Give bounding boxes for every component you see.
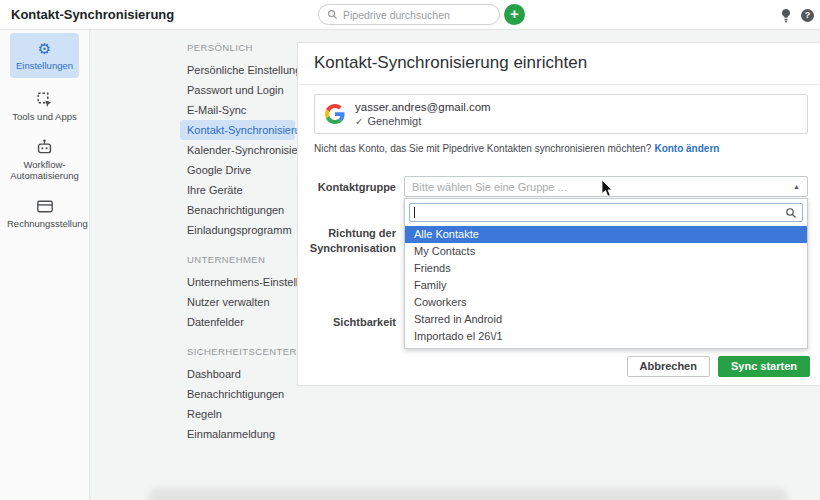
quick-add-button[interactable]: +: [504, 4, 525, 25]
menu-item-passwort-und-login[interactable]: Passwort und Login: [180, 80, 295, 100]
menu-item-benachrichtigungen-sicherheit[interactable]: Benachrichtigungen: [180, 384, 295, 404]
option-friends[interactable]: Friends: [405, 260, 807, 277]
check-icon: ✓: [355, 116, 363, 127]
notice-text: Nicht das Konto, das Sie mit Pipedrive K…: [314, 143, 651, 154]
menu-item-kalender-synchronisierung[interactable]: Kalender-Synchronisierung: [180, 140, 295, 160]
start-sync-button[interactable]: Sync starten: [718, 356, 810, 377]
menu-section-sicherheitscenter: SICHERHEITSCENTER Dashboard Benachrichti…: [187, 346, 297, 444]
icon-sidebar: ⚙ Einstellungen Tools und Apps Workflow-…: [0, 30, 90, 500]
google-logo-icon: [325, 104, 345, 124]
contact-group-label: Kontaktgruppe: [304, 181, 396, 193]
main-panel: Kontakt-Synchronisierung einrichten yass…: [297, 42, 820, 386]
sidebar-item-tools-und-apps[interactable]: Tools und Apps: [5, 82, 84, 129]
option-importado[interactable]: Importado el 26\/1: [405, 328, 807, 345]
caret-up-icon: ▲: [793, 183, 800, 190]
search-icon: [785, 207, 797, 219]
visibility-label: Sichtbarkeit: [304, 316, 396, 328]
menu-section-persoenlich: PERSÖNLICH Persönliche Einstellungen Pas…: [187, 42, 297, 240]
menu-item-unternehmens-einstellungen[interactable]: Unternehmens-Einstellungen: [180, 272, 295, 292]
change-account-notice: Nicht das Konto, das Sie mit Pipedrive K…: [314, 143, 719, 154]
menu-item-dashboard[interactable]: Dashboard: [180, 364, 295, 384]
text-caret: [414, 207, 415, 218]
sidebar-item-label: Einstellungen: [12, 60, 77, 71]
cancel-button[interactable]: Abbrechen: [627, 356, 710, 377]
group-filter-field[interactable]: [409, 203, 803, 222]
global-search-input[interactable]: Pipedrive durchsuchen: [318, 4, 500, 25]
group-filter-input[interactable]: [410, 206, 802, 223]
menu-item-google-drive[interactable]: Google Drive: [180, 160, 295, 180]
account-email: yasser.andres@gmail.com: [355, 101, 491, 113]
menu-section-title: UNTERNEHMEN: [187, 254, 297, 265]
menu-section-title: PERSÖNLICH: [187, 42, 297, 53]
group-dropdown-popup: Alle Kontakte My Contacts Friends Family…: [404, 198, 808, 349]
menu-item-ihre-geraete[interactable]: Ihre Geräte: [180, 180, 295, 200]
sidebar-item-label: Rechnungsstellung: [7, 218, 82, 229]
mouse-cursor: [601, 179, 613, 198]
gear-icon: ⚙: [12, 40, 77, 57]
menu-item-regeln[interactable]: Regeln: [180, 404, 295, 424]
option-starred-in-android[interactable]: Starred in Android: [405, 311, 807, 328]
menu-item-einladungsprogramm[interactable]: Einladungsprogramm: [180, 220, 295, 240]
panel-heading: Kontakt-Synchronisierung einrichten: [298, 43, 820, 85]
top-bar: Kontakt-Synchronisierung Pipedrive durch…: [0, 0, 820, 30]
sidebar-item-workflow-automatisierung[interactable]: Workflow-Automatisierung: [5, 130, 84, 189]
option-my-contacts[interactable]: My Contacts: [405, 243, 807, 260]
menu-item-benachrichtigungen[interactable]: Benachrichtigungen: [180, 200, 295, 220]
menu-item-datenfelder[interactable]: Datenfelder: [180, 312, 295, 332]
account-info: yasser.andres@gmail.com ✓ Genehmigt: [355, 101, 491, 127]
menu-item-persoenliche-einstellungen[interactable]: Persönliche Einstellungen: [180, 60, 295, 80]
menu-section-unternehmen: UNTERNEHMEN Unternehmens-Einstellungen N…: [187, 254, 297, 332]
change-account-link[interactable]: Konto ändern: [654, 143, 719, 154]
sidebar-item-einstellungen[interactable]: ⚙ Einstellungen: [10, 33, 79, 78]
sync-direction-label: Richtung der Synchronisation: [304, 226, 396, 256]
option-coworkers[interactable]: Coworkers: [405, 294, 807, 311]
menu-section-title: SICHERHEITSCENTER: [187, 346, 297, 357]
sidebar-item-rechnungsstellung[interactable]: Rechnungsstellung: [5, 189, 84, 236]
settings-menu: PERSÖNLICH Persönliche Einstellungen Pas…: [90, 30, 297, 500]
google-account-card: yasser.andres@gmail.com ✓ Genehmigt: [314, 94, 808, 134]
page-title: Kontakt-Synchronisierung: [11, 0, 174, 30]
menu-item-einmalanmeldung[interactable]: Einmalanmeldung: [180, 424, 295, 444]
account-status: ✓ Genehmigt: [355, 115, 491, 127]
sidebar-item-label: Tools und Apps: [7, 111, 82, 122]
select-placeholder: Bitte wählen Sie eine Gruppe ...: [412, 181, 567, 193]
option-alle-kontakte[interactable]: Alle Kontakte: [405, 226, 807, 243]
menu-item-kontakt-synchronisierung[interactable]: Kontakt-Synchronisierung: [180, 120, 295, 140]
menu-item-nutzer-verwalten[interactable]: Nutzer verwalten: [180, 292, 295, 312]
search-placeholder: Pipedrive durchsuchen: [343, 9, 450, 21]
tips-lightbulb-icon[interactable]: [780, 8, 792, 23]
bottom-shadow-shape: [148, 488, 788, 500]
sidebar-item-label: Workflow-Automatisierung: [7, 159, 82, 182]
billing-card-icon: [7, 198, 82, 215]
robot-icon: [7, 139, 82, 156]
tools-apps-icon: [7, 91, 82, 108]
panel-footer: Abbrechen Sync starten: [627, 356, 811, 377]
search-icon: [327, 9, 338, 20]
option-family[interactable]: Family: [405, 277, 807, 294]
account-status-label: Genehmigt: [367, 115, 421, 127]
menu-item-email-sync[interactable]: E-Mail-Sync: [180, 100, 295, 120]
help-icon[interactable]: ?: [801, 9, 814, 22]
group-options-list: Alle Kontakte My Contacts Friends Family…: [405, 226, 807, 345]
